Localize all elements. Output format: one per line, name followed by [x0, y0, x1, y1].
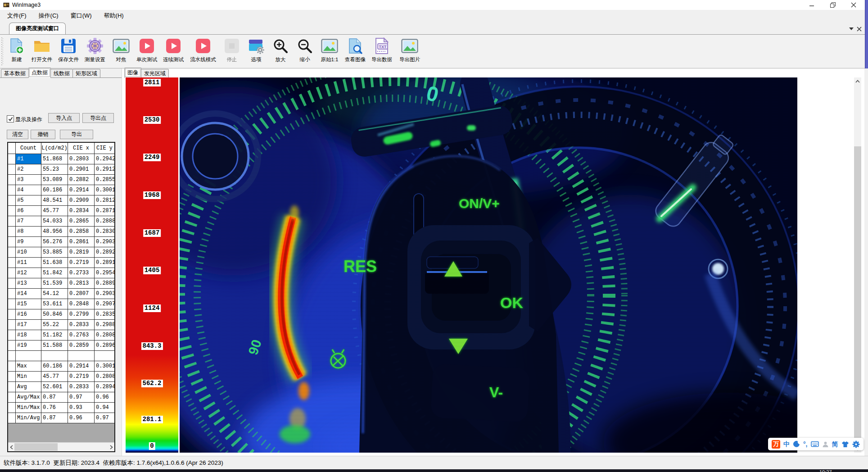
- import-points-button[interactable]: 导入点: [48, 113, 80, 123]
- export-points-button[interactable]: 导出点: [82, 113, 114, 123]
- cell[interactable]: Min/Max: [16, 403, 41, 413]
- cell[interactable]: 55.23: [41, 164, 68, 175]
- cell[interactable]: 0.2889: [95, 278, 114, 289]
- cell[interactable]: 48.541: [41, 195, 68, 206]
- cell[interactable]: 53.885: [41, 247, 68, 258]
- mdi-tab-luminance-test[interactable]: 图像亮度测试窗口: [9, 23, 66, 34]
- cell[interactable]: Min: [16, 372, 41, 382]
- cell[interactable]: 0.3001: [95, 185, 114, 195]
- cell[interactable]: 0.2865: [68, 216, 95, 227]
- cell[interactable]: 60.186: [41, 361, 68, 372]
- cell[interactable]: 0.97: [95, 413, 114, 423]
- cell[interactable]: 0.97: [68, 392, 95, 403]
- cell[interactable]: 54.033: [41, 216, 68, 227]
- cell[interactable]: Min/Avg: [16, 413, 41, 423]
- menu-item-3[interactable]: 帮助(H): [99, 10, 129, 21]
- panel-tab-2[interactable]: 线数据: [50, 69, 73, 78]
- cell[interactable]: 0.2808: [95, 330, 114, 340]
- cell[interactable]: Avg: [16, 382, 41, 392]
- cell[interactable]: 0.2733: [68, 268, 95, 278]
- clear-button[interactable]: 清空: [7, 130, 28, 139]
- cell[interactable]: #10: [16, 247, 41, 258]
- cell[interactable]: 51.842: [41, 268, 68, 278]
- horizontal-scroll-thumb[interactable]: [14, 443, 58, 451]
- user-icon[interactable]: [822, 441, 829, 448]
- cell[interactable]: 51.182: [41, 330, 68, 340]
- toolbar-button-0[interactable]: 新建: [2, 36, 31, 66]
- cell[interactable]: 0.2896: [95, 340, 114, 351]
- cell[interactable]: 45.77: [41, 206, 68, 216]
- cell[interactable]: [41, 351, 68, 361]
- cell[interactable]: 56.276: [41, 237, 68, 247]
- cell[interactable]: 0.2848: [68, 299, 95, 309]
- cell[interactable]: 0.2891: [95, 258, 114, 268]
- cell[interactable]: 60.186: [41, 185, 68, 195]
- cell[interactable]: 0.2719: [68, 258, 95, 268]
- scroll-up-icon[interactable]: [854, 77, 861, 85]
- cell[interactable]: 53.611: [41, 299, 68, 309]
- toolbar-button-6[interactable]: 连续测试: [159, 36, 188, 66]
- cell[interactable]: #17: [16, 320, 41, 330]
- selected-cell[interactable]: #1: [16, 154, 41, 164]
- cell[interactable]: 51.588: [41, 340, 68, 351]
- cell[interactable]: 0.2808: [95, 372, 114, 382]
- table-horizontal-scrollbar[interactable]: [8, 442, 114, 451]
- toolbar-button-14[interactable]: TXT导出数据: [367, 36, 396, 66]
- cell[interactable]: 0.3001: [95, 361, 114, 372]
- sogou-logo-icon[interactable]: 万: [772, 440, 780, 449]
- cell[interactable]: 0.2833: [68, 320, 95, 330]
- settings-icon[interactable]: [852, 440, 860, 448]
- cell[interactable]: 54.12: [41, 289, 68, 299]
- cell[interactable]: 50.846: [41, 309, 68, 320]
- cell[interactable]: [16, 351, 41, 361]
- cell[interactable]: 45.77: [41, 372, 68, 382]
- skin-icon[interactable]: [841, 441, 849, 448]
- cell[interactable]: #16: [16, 309, 41, 320]
- cell[interactable]: 0.76: [41, 403, 68, 413]
- cell[interactable]: 0.96: [95, 392, 114, 403]
- cell[interactable]: 0.2907: [95, 299, 114, 309]
- cell[interactable]: 53.089: [41, 175, 68, 185]
- cell[interactable]: 0.2988: [95, 320, 114, 330]
- simplified-chinese-mode[interactable]: 简: [832, 441, 838, 447]
- export-button[interactable]: 导出: [60, 130, 93, 139]
- cell[interactable]: #6: [16, 206, 41, 216]
- cell[interactable]: 48.956: [41, 227, 68, 237]
- cell[interactable]: 0.2833: [68, 382, 95, 392]
- cell[interactable]: 0.2892: [95, 247, 114, 258]
- cell[interactable]: #7: [16, 216, 41, 227]
- cell[interactable]: 0.2803: [68, 154, 95, 164]
- panel-tab-0[interactable]: 基本数据: [1, 69, 29, 78]
- menu-item-1[interactable]: 操作(C): [34, 10, 63, 21]
- thermal-image[interactable]: ON/V+ RES OK V- 0 90: [180, 77, 797, 453]
- cell[interactable]: #18: [16, 330, 41, 340]
- cell[interactable]: 55.22: [41, 320, 68, 330]
- toolbar-button-7[interactable]: 流水线模式: [189, 36, 217, 66]
- cell[interactable]: #13: [16, 278, 41, 289]
- cell[interactable]: 0.2861: [68, 237, 95, 247]
- menu-item-2[interactable]: 窗口(W): [66, 10, 97, 21]
- punctuation-mode[interactable]: °,: [803, 441, 808, 447]
- cell[interactable]: 0.2894: [95, 382, 114, 392]
- toolbar-button-1[interactable]: 打开文件: [27, 36, 56, 66]
- cell[interactable]: 0.2903: [95, 289, 114, 299]
- cell[interactable]: Avg/Max: [16, 392, 41, 403]
- cell[interactable]: #9: [16, 237, 41, 247]
- cell[interactable]: #15: [16, 299, 41, 309]
- panel-tab-1[interactable]: 点数据: [28, 68, 51, 78]
- cell[interactable]: 0.2882: [68, 175, 95, 185]
- cell[interactable]: 0.2835: [95, 309, 114, 320]
- cell[interactable]: 0.2954: [95, 268, 114, 278]
- mdi-dropdown-icon[interactable]: [848, 25, 855, 32]
- cell[interactable]: 0.2909: [68, 195, 95, 206]
- cell[interactable]: #11: [16, 258, 41, 268]
- cell[interactable]: 0.87: [41, 413, 68, 423]
- cell[interactable]: #5: [16, 195, 41, 206]
- cell[interactable]: 0.2942: [95, 154, 114, 164]
- cell[interactable]: 0.2859: [68, 340, 95, 351]
- scroll-right-icon[interactable]: [108, 443, 114, 451]
- chinese-mode[interactable]: 中: [783, 441, 790, 447]
- toolbar-button-4[interactable]: 对焦: [107, 36, 136, 66]
- toolbar-button-2[interactable]: 保存文件: [54, 36, 83, 66]
- image-tab-0[interactable]: 图像: [124, 68, 141, 78]
